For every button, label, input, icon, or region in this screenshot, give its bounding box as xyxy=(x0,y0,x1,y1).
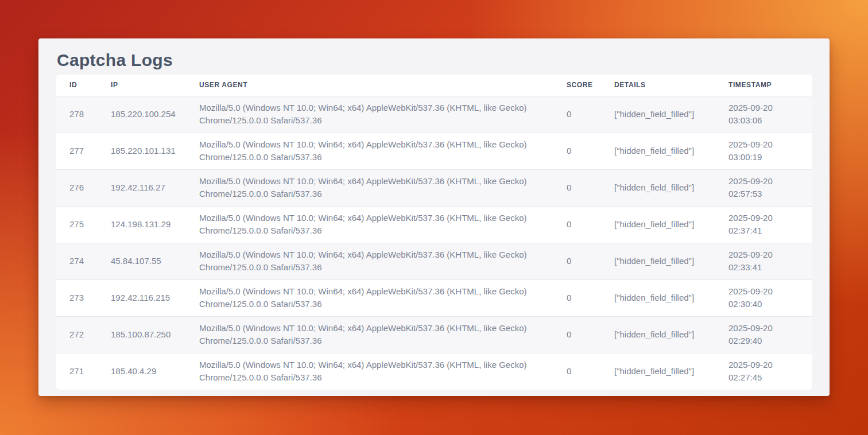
cell-score: 0 xyxy=(553,169,600,206)
cell-id: 275 xyxy=(56,206,97,243)
table-row: 276 192.42.116.27 Mozilla/5.0 (Windows N… xyxy=(56,169,812,206)
cell-id: 274 xyxy=(56,243,97,279)
table-body: 278 185.220.100.254 Mozilla/5.0 (Windows… xyxy=(56,96,812,390)
cell-details: ["hidden_field_filled"] xyxy=(600,279,715,316)
cell-id: 276 xyxy=(56,169,97,206)
cell-user-agent: Mozilla/5.0 (Windows NT 10.0; Win64; x64… xyxy=(185,206,553,243)
cell-timestamp: 2025-09-20 02:30:40 xyxy=(715,279,812,316)
cell-details: ["hidden_field_filled"] xyxy=(600,169,715,206)
column-header-ip: IP xyxy=(97,75,185,96)
table-row: 272 185.100.87.250 Mozilla/5.0 (Windows … xyxy=(56,316,812,353)
cell-details: ["hidden_field_filled"] xyxy=(600,316,715,353)
cell-ip: 45.84.107.55 xyxy=(97,243,185,279)
cell-timestamp: 2025-09-20 02:37:41 xyxy=(715,206,812,243)
cell-timestamp: 2025-09-20 03:00:19 xyxy=(715,133,812,169)
cell-user-agent: Mozilla/5.0 (Windows NT 10.0; Win64; x64… xyxy=(185,243,553,279)
cell-score: 0 xyxy=(553,279,600,316)
cell-id: 272 xyxy=(56,316,97,353)
cell-user-agent: Mozilla/5.0 (Windows NT 10.0; Win64; x64… xyxy=(185,279,553,316)
cell-user-agent: Mozilla/5.0 (Windows NT 10.0; Win64; x64… xyxy=(185,316,553,353)
cell-user-agent: Mozilla/5.0 (Windows NT 10.0; Win64; x64… xyxy=(185,96,553,133)
cell-details: ["hidden_field_filled"] xyxy=(600,243,715,279)
table-row: 271 185.40.4.29 Mozilla/5.0 (Windows NT … xyxy=(56,353,812,390)
logs-table: IDIPUSER AGENTSCOREDETAILSTIMESTAMP 278 … xyxy=(56,75,812,390)
column-header-user-agent: USER AGENT xyxy=(185,75,553,96)
cell-user-agent: Mozilla/5.0 (Windows NT 10.0; Win64; x64… xyxy=(185,169,553,206)
cell-ip: 192.42.116.215 xyxy=(97,279,185,316)
table-header-row: IDIPUSER AGENTSCOREDETAILSTIMESTAMP xyxy=(56,75,812,96)
cell-timestamp: 2025-09-20 02:29:40 xyxy=(715,316,812,353)
cell-details: ["hidden_field_filled"] xyxy=(600,353,715,390)
cell-ip: 124.198.131.29 xyxy=(97,206,185,243)
column-header-details: DETAILS xyxy=(600,75,715,96)
cell-timestamp: 2025-09-20 02:33:41 xyxy=(715,243,812,279)
table-header: IDIPUSER AGENTSCOREDETAILSTIMESTAMP xyxy=(56,75,812,96)
cell-details: ["hidden_field_filled"] xyxy=(600,96,715,133)
cell-score: 0 xyxy=(553,133,600,169)
cell-id: 277 xyxy=(56,133,97,169)
cell-ip: 185.40.4.29 xyxy=(97,353,185,390)
cell-user-agent: Mozilla/5.0 (Windows NT 10.0; Win64; x64… xyxy=(185,353,553,390)
cell-timestamp: 2025-09-20 03:03:06 xyxy=(715,96,812,133)
cell-ip: 185.100.87.250 xyxy=(97,316,185,353)
table-row: 278 185.220.100.254 Mozilla/5.0 (Windows… xyxy=(56,96,812,133)
captcha-logs-card: Captcha Logs IDIPUSER AGENTSCOREDETAILST… xyxy=(38,38,830,396)
table-row: 277 185.220.101.131 Mozilla/5.0 (Windows… xyxy=(56,133,812,169)
cell-details: ["hidden_field_filled"] xyxy=(600,133,715,169)
cell-score: 0 xyxy=(553,206,600,243)
page-background: Captcha Logs IDIPUSER AGENTSCOREDETAILST… xyxy=(0,0,868,435)
cell-timestamp: 2025-09-20 02:27:45 xyxy=(715,353,812,390)
column-header-timestamp: TIMESTAMP xyxy=(715,75,812,96)
cell-id: 271 xyxy=(56,353,97,390)
cell-score: 0 xyxy=(553,243,600,279)
column-header-score: SCORE xyxy=(553,75,600,96)
table-row: 275 124.198.131.29 Mozilla/5.0 (Windows … xyxy=(56,206,812,243)
page-title: Captcha Logs xyxy=(56,38,812,73)
table-row: 274 45.84.107.55 Mozilla/5.0 (Windows NT… xyxy=(56,243,812,279)
cell-ip: 185.220.100.254 xyxy=(97,96,185,133)
cell-details: ["hidden_field_filled"] xyxy=(600,206,715,243)
column-header-id: ID xyxy=(56,75,97,96)
cell-id: 273 xyxy=(56,279,97,316)
cell-score: 0 xyxy=(553,316,600,353)
logs-table-container: IDIPUSER AGENTSCOREDETAILSTIMESTAMP 278 … xyxy=(56,75,812,390)
cell-score: 0 xyxy=(553,353,600,390)
cell-user-agent: Mozilla/5.0 (Windows NT 10.0; Win64; x64… xyxy=(185,133,553,169)
cell-ip: 192.42.116.27 xyxy=(97,169,185,206)
cell-ip: 185.220.101.131 xyxy=(97,133,185,169)
cell-id: 278 xyxy=(56,96,97,133)
table-row: 273 192.42.116.215 Mozilla/5.0 (Windows … xyxy=(56,279,812,316)
cell-score: 0 xyxy=(553,96,600,133)
cell-timestamp: 2025-09-20 02:57:53 xyxy=(715,169,812,206)
